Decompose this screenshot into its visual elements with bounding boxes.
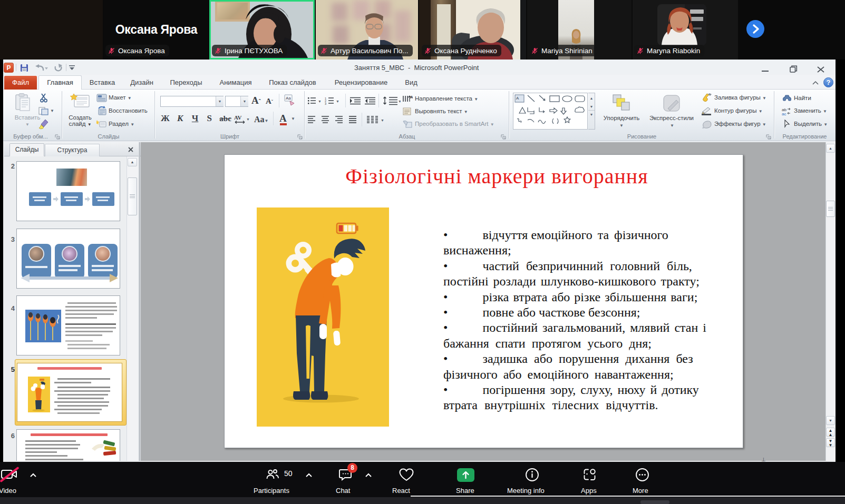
svg-text:AV: AV bbox=[234, 114, 242, 121]
svg-text:3: 3 bbox=[325, 102, 326, 105]
svg-text:ac: ac bbox=[782, 112, 786, 115]
svg-text:▼: ▼ bbox=[318, 100, 322, 103]
svg-text:▼: ▼ bbox=[246, 117, 249, 121]
svg-text:▼: ▼ bbox=[336, 100, 339, 103]
svg-text:A: A bbox=[410, 95, 413, 100]
svg-text:A: A bbox=[516, 96, 519, 101]
svg-text:Aa: Aa bbox=[286, 96, 291, 101]
svg-text:▼: ▼ bbox=[381, 118, 384, 122]
svg-text:▼: ▼ bbox=[398, 100, 401, 103]
